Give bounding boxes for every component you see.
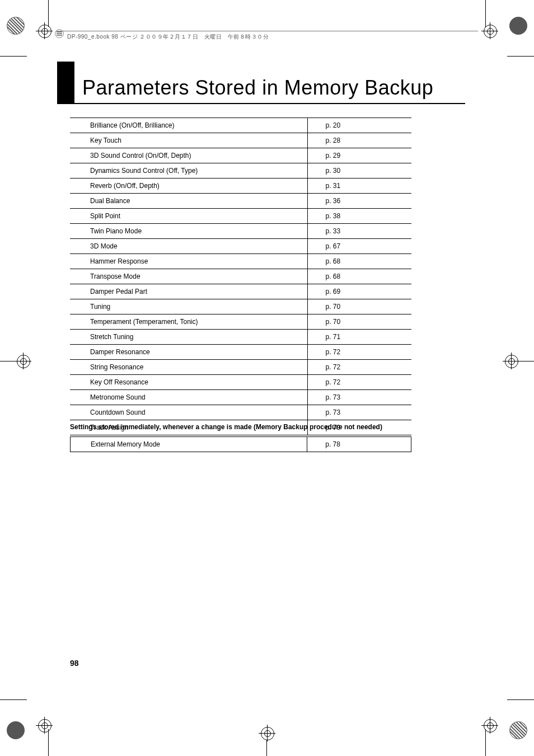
- page-reference: p. 72: [307, 375, 411, 390]
- table-row: Tuningp. 70: [70, 299, 411, 314]
- parameter-name: Damper Resonance: [70, 345, 307, 360]
- page-reference: p. 36: [307, 194, 411, 209]
- page-number: 98: [70, 659, 79, 668]
- parameter-name: Transpose Mode: [70, 269, 307, 284]
- table-row: Dual Balancep. 36: [70, 194, 411, 209]
- printer-mark-dot: [509, 17, 527, 35]
- page-reference: p. 78: [307, 437, 411, 452]
- header-metadata: DP-990_e.book 98 ページ ２００９年２月１７日 火曜日 午前８時…: [67, 33, 269, 41]
- table-row: Damper Resonancep. 72: [70, 345, 411, 360]
- registration-mark-icon: [17, 355, 29, 367]
- crop-mark: [0, 361, 16, 361]
- page-reference: p. 20: [307, 118, 411, 133]
- table-row: 3D Modep. 67: [70, 239, 411, 254]
- page-reference: p. 73: [307, 405, 411, 420]
- parameter-name: 3D Mode: [70, 239, 307, 254]
- page-reference: p. 70: [307, 299, 411, 314]
- page-reference: p. 70: [307, 314, 411, 330]
- table-row: Brilliance (On/Off, Brilliance)p. 20: [70, 118, 411, 133]
- table-row: Hammer Responsep. 68: [70, 254, 411, 269]
- parameter-name: Brilliance (On/Off, Brilliance): [70, 118, 307, 133]
- crop-mark: [48, 0, 49, 27]
- table-row: String Resonancep. 72: [70, 360, 411, 375]
- immediate-settings-table: External Memory Modep. 78: [70, 436, 411, 452]
- parameter-name: Countdown Sound: [70, 405, 307, 420]
- table-row: 3D Sound Control (On/Off, Depth)p. 29: [70, 148, 411, 163]
- page-reference: p. 71: [307, 330, 411, 345]
- table-row: Twin Piano Modep. 33: [70, 224, 411, 239]
- table-row: Dynamics Sound Control (Off, Type)p. 30: [70, 163, 411, 179]
- parameter-name: Stretch Tuning: [70, 330, 307, 345]
- crop-mark: [485, 729, 486, 756]
- parameter-name: External Memory Mode: [71, 437, 307, 452]
- page-reference: p. 67: [307, 239, 411, 254]
- section-subheading: Settings stored immediately, whenever a …: [70, 423, 382, 431]
- crop-mark: [48, 729, 49, 756]
- parameter-name: Damper Pedal Part: [70, 284, 307, 299]
- title-marker: [57, 62, 74, 103]
- crop-mark: [266, 740, 267, 756]
- table-row: Countdown Soundp. 73: [70, 405, 411, 420]
- page-reference: p. 33: [307, 224, 411, 239]
- parameter-name: Metronome Sound: [70, 390, 307, 405]
- page-reference: p. 31: [307, 179, 411, 194]
- printer-mark-dot: [7, 17, 25, 35]
- page-reference: p. 73: [307, 390, 411, 405]
- table-row: Transpose Modep. 68: [70, 269, 411, 284]
- parameter-name: Dual Balance: [70, 194, 307, 209]
- printer-mark-dot: [509, 721, 527, 739]
- crop-mark: [485, 0, 486, 27]
- parameter-name: Hammer Response: [70, 254, 307, 269]
- header-divider: [56, 31, 478, 31]
- parameter-name: Dynamics Sound Control (Off, Type): [70, 163, 307, 179]
- crop-mark: [507, 56, 534, 57]
- page-title: Parameters Stored in Memory Backup: [82, 76, 433, 103]
- parameter-name: String Resonance: [70, 360, 307, 375]
- parameter-name: Temperament (Temperament, Tonic): [70, 314, 307, 330]
- parameter-name: Tuning: [70, 299, 307, 314]
- page-reference: p. 38: [307, 209, 411, 224]
- table-row: Reverb (On/Off, Depth)p. 31: [70, 179, 411, 194]
- page-reference: p. 68: [307, 269, 411, 284]
- page-reference: p. 69: [307, 284, 411, 299]
- crop-mark: [0, 699, 27, 700]
- crop-mark: [0, 56, 27, 57]
- registration-mark-icon: [261, 727, 273, 739]
- parameter-name: Reverb (On/Off, Depth): [70, 179, 307, 194]
- parameter-name: 3D Sound Control (On/Off, Depth): [70, 148, 307, 163]
- table-row: Key Off Resonancep. 72: [70, 375, 411, 390]
- parameters-table: Brilliance (On/Off, Brilliance)p. 20Key …: [70, 118, 411, 435]
- parameter-name: Split Point: [70, 209, 307, 224]
- printer-mark-dot: [7, 721, 25, 739]
- table-row: Temperament (Temperament, Tonic)p. 70: [70, 314, 411, 330]
- table-row: External Memory Modep. 78: [71, 437, 411, 452]
- page-reference: p. 68: [307, 254, 411, 269]
- table-row: Split Pointp. 38: [70, 209, 411, 224]
- table-row: Stretch Tuningp. 71: [70, 330, 411, 345]
- crop-mark: [507, 699, 534, 700]
- parameter-name: Key Off Resonance: [70, 375, 307, 390]
- registration-mark-icon: [505, 355, 517, 367]
- parameter-name: Twin Piano Mode: [70, 224, 307, 239]
- table-row: Damper Pedal Partp. 69: [70, 284, 411, 299]
- page-reference: p. 28: [307, 133, 411, 148]
- crop-mark: [518, 361, 534, 361]
- title-block: Parameters Stored in Memory Backup: [57, 62, 465, 104]
- page-reference: p. 72: [307, 345, 411, 360]
- page-reference: p. 29: [307, 148, 411, 163]
- parameter-name: Key Touch: [70, 133, 307, 148]
- table-row: Metronome Soundp. 73: [70, 390, 411, 405]
- page-reference: p. 72: [307, 360, 411, 375]
- table-row: Key Touchp. 28: [70, 133, 411, 148]
- page-reference: p. 30: [307, 163, 411, 179]
